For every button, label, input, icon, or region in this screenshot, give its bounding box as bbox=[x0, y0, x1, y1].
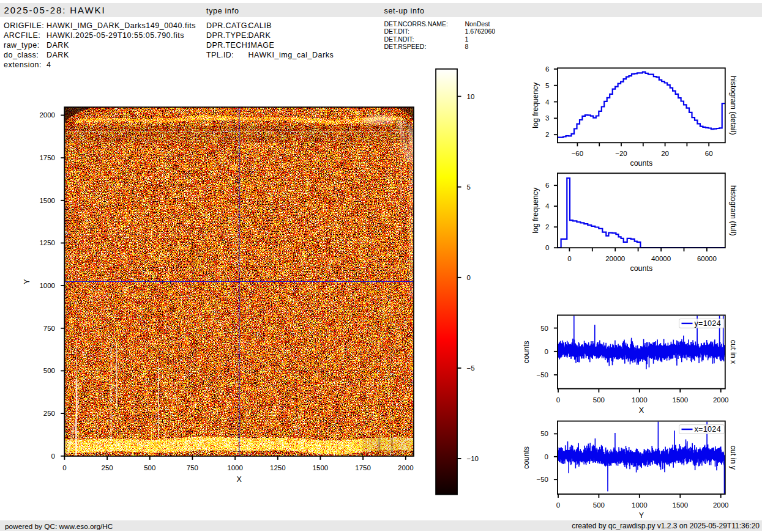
svg-text:250: 250 bbox=[43, 410, 55, 417]
svg-text:1500: 1500 bbox=[39, 197, 55, 204]
svg-text:−5: −5 bbox=[467, 364, 475, 372]
svg-text:6: 6 bbox=[545, 182, 549, 189]
svg-text:0: 0 bbox=[567, 255, 571, 262]
svg-text:histogram (full): histogram (full) bbox=[729, 185, 738, 236]
svg-text:2: 2 bbox=[545, 223, 549, 231]
svg-text:500: 500 bbox=[593, 501, 605, 509]
svg-text:1500: 1500 bbox=[673, 501, 689, 509]
svg-text:x=1024: x=1024 bbox=[695, 425, 721, 434]
svg-text:10: 10 bbox=[467, 93, 475, 100]
svg-text:500: 500 bbox=[144, 464, 155, 471]
svg-text:1250: 1250 bbox=[39, 239, 55, 246]
svg-text:4: 4 bbox=[545, 98, 550, 106]
svg-text:Y: Y bbox=[639, 511, 644, 520]
svg-text:y=1024: y=1024 bbox=[695, 319, 721, 328]
svg-text:0: 0 bbox=[51, 453, 55, 460]
svg-text:−20: −20 bbox=[615, 150, 627, 157]
svg-text:1000: 1000 bbox=[39, 282, 55, 289]
svg-text:1250: 1250 bbox=[270, 464, 286, 471]
svg-text:3: 3 bbox=[545, 114, 549, 122]
svg-text:50: 50 bbox=[540, 430, 548, 437]
svg-text:cut in x: cut in x bbox=[729, 340, 738, 364]
svg-text:2000: 2000 bbox=[39, 111, 55, 119]
svg-text:1500: 1500 bbox=[673, 396, 689, 404]
svg-text:250: 250 bbox=[102, 464, 113, 471]
svg-text:1000: 1000 bbox=[227, 464, 243, 471]
svg-text:0: 0 bbox=[556, 501, 560, 509]
svg-text:0: 0 bbox=[545, 244, 549, 251]
svg-text:2000: 2000 bbox=[398, 464, 414, 471]
svg-text:1000: 1000 bbox=[632, 501, 648, 509]
svg-text:40000: 40000 bbox=[651, 255, 671, 262]
svg-text:−50: −50 bbox=[536, 476, 548, 483]
svg-text:X: X bbox=[236, 475, 242, 484]
svg-text:Y: Y bbox=[23, 279, 31, 284]
svg-text:5: 5 bbox=[545, 82, 549, 89]
svg-text:counts: counts bbox=[630, 264, 652, 273]
svg-text:500: 500 bbox=[593, 396, 605, 404]
svg-text:counts: counts bbox=[522, 341, 531, 363]
svg-text:−10: −10 bbox=[467, 455, 479, 462]
svg-text:500: 500 bbox=[43, 367, 55, 374]
svg-text:5: 5 bbox=[467, 183, 471, 191]
svg-text:1750: 1750 bbox=[39, 154, 55, 161]
svg-text:−60: −60 bbox=[572, 150, 584, 157]
svg-text:1750: 1750 bbox=[355, 464, 371, 471]
svg-text:0: 0 bbox=[467, 274, 471, 281]
svg-text:log frequency: log frequency bbox=[531, 82, 540, 128]
svg-text:0: 0 bbox=[556, 396, 560, 404]
svg-text:4: 4 bbox=[545, 202, 550, 210]
svg-text:60: 60 bbox=[705, 150, 713, 157]
svg-text:1000: 1000 bbox=[632, 396, 648, 404]
svg-text:−50: −50 bbox=[536, 371, 548, 379]
svg-text:2000: 2000 bbox=[713, 396, 729, 404]
svg-text:counts: counts bbox=[630, 159, 652, 168]
svg-text:6: 6 bbox=[545, 65, 549, 73]
svg-text:counts: counts bbox=[522, 446, 531, 469]
svg-text:histogram (detail): histogram (detail) bbox=[729, 76, 738, 135]
svg-text:750: 750 bbox=[187, 464, 198, 471]
svg-text:cut in y: cut in y bbox=[729, 445, 738, 470]
svg-text:20: 20 bbox=[661, 150, 669, 157]
svg-text:0: 0 bbox=[62, 464, 66, 471]
svg-text:2: 2 bbox=[545, 131, 549, 138]
svg-text:20000: 20000 bbox=[605, 255, 625, 262]
svg-text:50: 50 bbox=[540, 325, 548, 332]
svg-text:0: 0 bbox=[545, 348, 548, 355]
svg-text:60000: 60000 bbox=[697, 255, 717, 262]
svg-text:750: 750 bbox=[43, 325, 55, 332]
svg-text:0: 0 bbox=[545, 453, 548, 460]
svg-text:X: X bbox=[639, 406, 644, 415]
svg-text:1500: 1500 bbox=[313, 464, 329, 471]
svg-text:log frequency: log frequency bbox=[531, 187, 540, 234]
svg-text:2000: 2000 bbox=[713, 501, 729, 509]
